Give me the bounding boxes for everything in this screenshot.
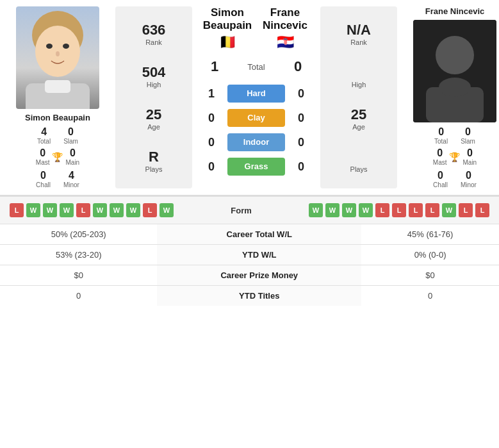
right-rank-item: N/A Rank <box>347 22 371 46</box>
clay-surface-button[interactable]: Clay <box>227 109 285 127</box>
left-high-value: 504 <box>142 64 166 81</box>
form-badge: W <box>442 203 456 217</box>
left-high-item: 504 High <box>142 64 166 88</box>
prize-label: Career Prize Money <box>157 265 361 286</box>
h2h-indoor-left: 0 <box>202 136 221 149</box>
form-badge: L <box>392 203 406 217</box>
right-chall-minor: 0 Chall 0 Minor <box>433 170 477 188</box>
svg-point-8 <box>436 36 474 74</box>
h2h-hard-right: 0 <box>291 87 311 101</box>
left-form-badges: LWWWLWWWLW <box>10 203 174 217</box>
left-player-name: Simon Beaupain <box>25 113 90 122</box>
grass-surface-button[interactable]: Grass <box>227 158 285 176</box>
form-badge: W <box>126 203 140 217</box>
h2h-clay-row: 0 Clay 0 <box>199 109 314 127</box>
left-player-main-stats: 4 Total 0 Slam <box>37 126 78 145</box>
right-plays-item: Plays <box>350 149 368 173</box>
right-age-label: Age <box>351 123 366 131</box>
h2h-grass-left: 0 <box>202 160 221 174</box>
left-mast-stat: 0 Mast <box>36 147 50 166</box>
right-age-item: 25 Age <box>351 106 366 131</box>
left-slam-value: 0 <box>63 126 78 138</box>
form-badge: W <box>43 203 57 217</box>
left-chall-stat: 0 Chall <box>36 170 51 188</box>
right-minor-label: Minor <box>461 181 477 188</box>
ytd-wl-row: 53% (23-20) YTD W/L 0% (0-0) <box>0 245 499 265</box>
right-big-name: Frane Nincevic <box>263 6 307 32</box>
top-section: Simon Beaupain 4 Total 0 Slam 0 Mast 🏆 <box>0 0 499 196</box>
right-slam-label: Slam <box>461 138 475 145</box>
h2h-total-left: 1 <box>205 58 224 75</box>
left-rank-item: 636 Rank <box>142 22 166 46</box>
left-player: Simon Beaupain 4 Total 0 Slam 0 Mast 🏆 <box>3 6 112 188</box>
right-rank-value: N/A <box>347 22 371 38</box>
right-name-flag: Frane Nincevic 🇭🇷 <box>256 6 314 53</box>
h2h-total-label: Total <box>231 62 282 72</box>
left-main-stat: 0 Main <box>65 147 79 166</box>
right-plays-value <box>350 149 368 165</box>
h2h-hard-row: 1 Hard 0 <box>199 85 314 103</box>
form-badge: W <box>342 203 356 217</box>
form-badge: W <box>160 203 174 217</box>
indoor-surface-button[interactable]: Indoor <box>227 133 285 151</box>
left-chall-label: Chall <box>36 181 51 188</box>
right-main-stat: 0 Main <box>462 147 477 166</box>
titles-row: 0 YTD Titles 0 <box>0 286 499 306</box>
h2h-clay-left: 0 <box>202 112 221 125</box>
right-minor-stat: 0 Minor <box>461 170 477 188</box>
hard-surface-button[interactable]: Hard <box>227 85 285 103</box>
right-chall-label: Chall <box>433 181 448 188</box>
h2h-grass-right: 0 <box>291 160 311 174</box>
form-badge: W <box>309 203 323 217</box>
left-minor-stat: 4 Minor <box>63 170 79 188</box>
left-age-item: 25 Age <box>146 106 161 131</box>
right-high-value <box>352 64 366 81</box>
h2h-total-right: 0 <box>288 58 307 75</box>
prize-row: $0 Career Prize Money $0 <box>0 265 499 286</box>
right-player-name: Frane Nincevic <box>425 6 485 16</box>
titles-label: YTD Titles <box>157 286 361 306</box>
form-badge: L <box>143 203 157 217</box>
right-stats-panel: N/A Rank High 25 Age Plays <box>320 6 397 188</box>
career-wl-left: 50% (205-203) <box>0 224 157 245</box>
right-high-item: High <box>352 64 366 88</box>
form-badge: W <box>93 203 107 217</box>
form-badge: L <box>10 203 24 217</box>
left-mast-label: Mast <box>36 159 50 166</box>
form-badge: W <box>110 203 124 217</box>
left-total-value: 4 <box>37 126 51 138</box>
svg-point-10 <box>439 78 471 97</box>
left-high-label: High <box>142 81 166 88</box>
ytd-wl-left: 53% (23-20) <box>0 245 157 265</box>
left-mast-value: 0 <box>36 147 50 159</box>
right-mast-value: 0 <box>433 147 447 159</box>
svg-point-3 <box>63 44 69 49</box>
left-chall-value: 0 <box>36 170 51 181</box>
career-wl-right: 45% (61-76) <box>361 224 499 245</box>
right-rank-label: Rank <box>347 38 371 46</box>
right-minor-value: 0 <box>461 170 477 181</box>
left-plays-value: R <box>145 149 163 165</box>
form-badge: L <box>425 203 439 217</box>
left-trophy-row: 0 Mast 🏆 0 Main <box>36 147 79 166</box>
left-flag: 🇧🇪 <box>219 34 236 51</box>
left-stats-panel: 636 Rank 504 High 25 Age R Plays <box>115 6 192 188</box>
left-main-label: Main <box>65 159 79 166</box>
left-minor-value: 4 <box>63 170 79 181</box>
left-age-value: 25 <box>146 106 161 123</box>
svg-point-4 <box>56 51 60 56</box>
form-label: Form <box>216 206 267 215</box>
left-age-label: Age <box>146 123 161 131</box>
center-h2h: Simon Beaupain 🇧🇪 Frane Nincevic 🇭🇷 1 To… <box>195 6 317 188</box>
right-trophy-row: 0 Mast 🏆 0 Main <box>433 147 477 166</box>
right-mast-label: Mast <box>433 159 447 166</box>
left-big-name: Simon Beaupain <box>203 6 252 32</box>
form-section: LWWWLWWWLW Form WWWWLLLLWLL <box>0 196 499 224</box>
left-main-value: 0 <box>65 147 79 159</box>
svg-rect-6 <box>45 80 70 93</box>
right-chall-stat: 0 Chall <box>433 170 448 188</box>
left-name-flag: Simon Beaupain 🇧🇪 <box>199 6 256 53</box>
left-minor-label: Minor <box>63 181 79 188</box>
right-form-badges: WWWWLLLLWLL <box>309 203 489 217</box>
right-slam-stat: 0 Slam <box>461 126 475 145</box>
